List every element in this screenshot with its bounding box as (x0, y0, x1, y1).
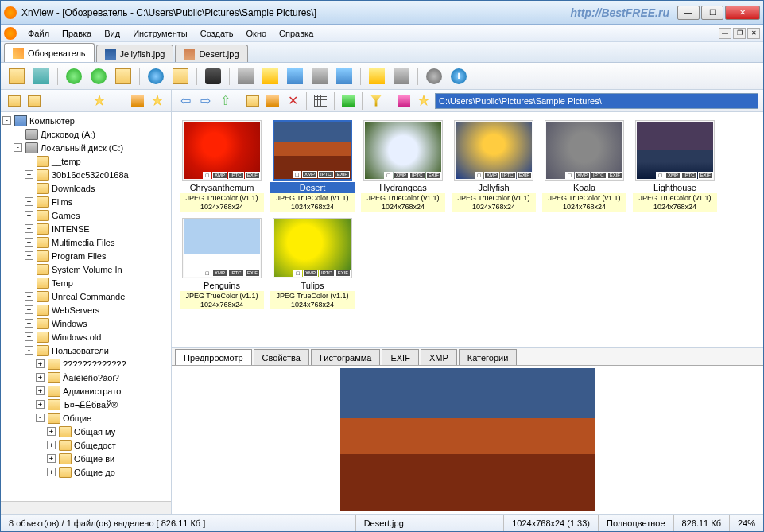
tree-expand-icon[interactable]: + (47, 427, 56, 436)
print-button[interactable] (235, 65, 257, 87)
thumbnail[interactable]: ☐XMPIPTCEXIFHydrangeasJPEG TrueColor (v1… (361, 120, 445, 212)
thumbnail-area[interactable]: ☐XMPIPTCEXIFChrysanthemumJPEG TrueColor … (172, 112, 763, 347)
tree-expand-icon[interactable]: - (2, 116, 11, 125)
mdi-close-button[interactable]: ✕ (747, 28, 760, 39)
tree-expand-icon[interactable]: + (25, 211, 33, 219)
tree-folder[interactable]: +Downloads (2, 181, 169, 195)
tree-expand-icon[interactable]: + (25, 319, 33, 328)
checkbox-icon[interactable]: ☐ (475, 172, 483, 179)
maximize-button[interactable]: ☐ (701, 6, 723, 20)
tree-expand-icon[interactable]: + (25, 197, 33, 206)
checkbox-icon[interactable]: ☐ (565, 172, 574, 179)
tree-drive-a[interactable]: Дисковод (A:) (2, 127, 169, 141)
minimize-button[interactable]: — (677, 6, 700, 20)
tree-folder[interactable]: -Общие (2, 411, 169, 425)
clipboard-button[interactable] (129, 92, 146, 110)
web-button[interactable] (145, 65, 167, 87)
thumbnail[interactable]: ☐XMPIPTCEXIFTulipsJPEG TrueColor (v1.1)1… (270, 218, 355, 309)
refresh-button[interactable] (63, 65, 85, 87)
tree-folder[interactable]: __temp (2, 154, 169, 168)
menu-item[interactable]: Справка (273, 26, 320, 41)
tree-folder[interactable]: +Общая му (2, 425, 169, 438)
fav-star-button[interactable] (91, 92, 108, 110)
tree-folder[interactable]: +Ъ¤¬Ё­ЁбваЎ® (2, 398, 169, 411)
checkbox-icon[interactable]: ☐ (203, 270, 211, 277)
tree-folder[interactable]: +Àäìèíèño?àoi? (2, 371, 169, 384)
tree-folder[interactable]: +Films (2, 195, 169, 208)
document-tab[interactable]: Desert.jpg (175, 45, 247, 62)
tree-folder[interactable]: +WebServers (2, 303, 169, 316)
preview-tab[interactable]: Предпросмотр (175, 349, 252, 365)
thumbnail[interactable]: ☐XMPIPTCEXIFKoalaJPEG TrueColor (v1.1)10… (542, 120, 626, 212)
capture-button[interactable] (308, 65, 331, 87)
menu-item[interactable]: Создать (194, 26, 240, 41)
tree-folder[interactable]: +Games (2, 208, 169, 222)
tree-expand-icon[interactable]: + (25, 224, 33, 233)
tree-folder[interactable]: +Unreal Commande (2, 289, 169, 303)
tree-expand-icon[interactable]: + (36, 400, 45, 409)
document-tab[interactable]: Обозреватель (4, 43, 95, 62)
mdi-restore-button[interactable]: ❐ (733, 28, 746, 39)
tree-folder[interactable]: System Volume In (2, 262, 169, 276)
back-button[interactable]: ⇦ (176, 92, 194, 110)
tree-drive-c[interactable]: -Локальный диск (C:) (2, 141, 169, 154)
checkbox-icon[interactable]: ☐ (656, 172, 665, 179)
slideshow-button[interactable] (259, 65, 281, 87)
tag-button[interactable] (395, 92, 413, 110)
tree-expand-icon[interactable]: + (47, 441, 56, 449)
up-button[interactable]: ⇧ (216, 92, 234, 110)
preview-tab[interactable]: Категории (459, 349, 518, 365)
copy-button[interactable] (366, 65, 388, 87)
tree-folder[interactable]: +Общие до (2, 465, 169, 479)
titlebar[interactable]: XnView - [Обозреватель - C:\Users\Public… (1, 1, 763, 25)
thumbnail[interactable]: ☐XMPIPTCEXIFJellyfishJPEG TrueColor (v1.… (452, 120, 536, 212)
sort-button[interactable] (339, 92, 357, 110)
checkbox-icon[interactable]: ☐ (293, 171, 301, 178)
fullscreen-button[interactable] (30, 65, 52, 87)
settings-button[interactable] (423, 65, 445, 87)
paste-button[interactable] (390, 65, 413, 87)
layout-button[interactable] (6, 92, 23, 110)
tree-expand-icon[interactable]: + (25, 292, 33, 301)
tree-folder[interactable]: +Multimedia Files (2, 235, 169, 249)
tree-expand-icon[interactable]: + (25, 332, 33, 341)
tree-folder[interactable]: +Program Files (2, 249, 169, 262)
thumbnail[interactable]: ☐XMPIPTCEXIFDesertJPEG TrueColor (v1.1)1… (270, 120, 355, 212)
tree-scrollbar[interactable] (1, 501, 171, 514)
tree-folder[interactable]: +30b16dc532c0168a (2, 168, 169, 181)
info-button[interactable]: i (448, 65, 470, 87)
address-input[interactable] (435, 93, 758, 109)
folder-button[interactable] (169, 65, 192, 87)
checkbox-icon[interactable]: ☐ (384, 172, 393, 179)
tree-expand-icon[interactable]: + (25, 184, 33, 192)
delete-button[interactable]: ✕ (284, 92, 301, 110)
tree-folder[interactable]: +Общие ви (2, 452, 169, 465)
tree-expand-icon[interactable]: - (14, 143, 22, 152)
close-button[interactable]: ✕ (725, 6, 760, 20)
menu-item[interactable]: Правка (56, 26, 98, 41)
tree-expand-icon[interactable]: + (36, 359, 45, 368)
tree-expand-icon[interactable]: + (25, 170, 33, 179)
filter-button[interactable] (367, 92, 385, 110)
tree-folder[interactable]: -Пользователи (2, 344, 169, 357)
convert-button[interactable] (284, 65, 306, 87)
tree-folder[interactable]: +Windows.old (2, 330, 169, 344)
favorites-add-button[interactable] (112, 65, 134, 87)
tree-expand-icon[interactable]: - (25, 346, 33, 355)
tree-expand-icon[interactable]: - (36, 414, 45, 422)
search-button[interactable] (202, 65, 224, 87)
tree-folder[interactable]: +Windows (2, 316, 169, 330)
thumbnail[interactable]: ☐XMPIPTCEXIFPenguinsJPEG TrueColor (v1.1… (180, 218, 264, 309)
menu-item[interactable]: Файл (21, 26, 56, 41)
menu-item[interactable]: Инструменты (126, 26, 194, 41)
rename-button[interactable] (264, 92, 281, 110)
tree-folder[interactable]: Temp (2, 276, 169, 289)
new-folder-button[interactable] (244, 92, 262, 110)
reload-button[interactable] (87, 65, 110, 87)
preview-tab[interactable]: Свойства (254, 349, 309, 365)
tree-expand-icon[interactable]: + (47, 468, 56, 476)
tree-expand-icon[interactable]: + (25, 305, 33, 314)
tree-folder[interactable]: +Общедост (2, 438, 169, 452)
tree-root[interactable]: -Компьютер (2, 114, 169, 127)
preview-tab[interactable]: XMP (421, 349, 457, 365)
